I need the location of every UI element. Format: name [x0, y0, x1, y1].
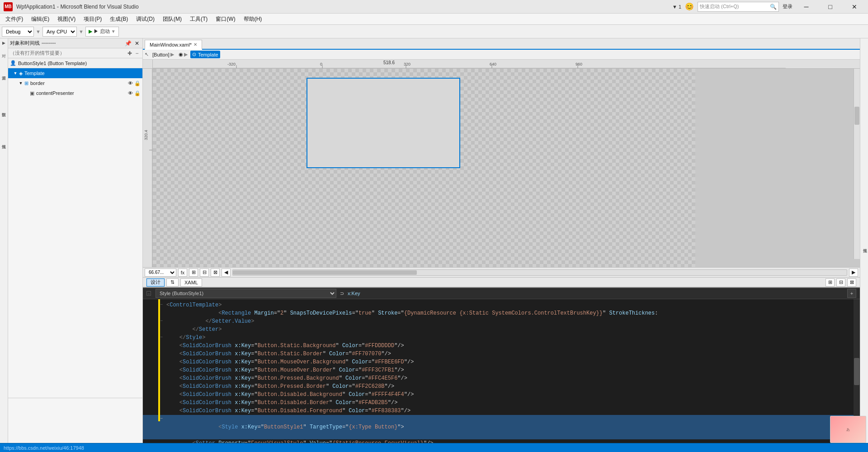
panel-pin-button[interactable]: 📌	[124, 40, 132, 47]
tab-bar: MainWindow.xaml* ✕	[143, 38, 860, 50]
horizontal-scroll-thumb[interactable]	[233, 270, 417, 275]
breadcrumb-button[interactable]: [Button] ▶	[151, 51, 176, 58]
split-view-button[interactable]: ⇅	[166, 278, 179, 287]
breadcrumb-template-icon: ⊙	[192, 52, 196, 57]
ruler-vertical: 320.4	[143, 69, 153, 267]
bottom-right-avatar: あ	[830, 416, 866, 443]
border-lock-btn[interactable]: 🔒	[134, 80, 141, 86]
cp-visibility-btn[interactable]: 👁	[127, 90, 133, 96]
fit-button[interactable]: ⊠	[211, 268, 220, 277]
menu-build[interactable]: 生成(B)	[106, 14, 132, 24]
platform-select[interactable]: Any CPU	[42, 27, 77, 37]
line-content: <SolidColorBrush x:Key="Button.MouseOver…	[165, 358, 860, 366]
layout-toggle-1[interactable]: ⊞	[826, 278, 835, 287]
xaml-line-3: − </Setter.Value>	[143, 317, 860, 325]
design-view-button[interactable]: 设计	[146, 278, 165, 287]
line-content: <ControlTemplate>	[165, 301, 860, 309]
menu-project[interactable]: 项目(P)	[80, 14, 105, 24]
tree-item-content-presenter[interactable]: ▶ ▣ contentPresenter 👁 🔒	[8, 88, 142, 98]
cp-lock-btn[interactable]: 🔒	[134, 90, 141, 96]
menu-team[interactable]: 团队(M)	[159, 14, 185, 24]
vertical-scrollbar[interactable]	[854, 69, 860, 259]
panel-close-button[interactable]: ✕	[133, 40, 141, 47]
xaml-content[interactable]: − <ControlTemplate> <Rectangle Margin="2…	[143, 299, 860, 446]
tree-item-border[interactable]: ▼ ⊞ border 👁 🔒	[8, 78, 142, 88]
config-select[interactable]: Debug Release	[2, 27, 34, 37]
border-label: border	[30, 80, 126, 86]
template-icon: ◈	[19, 71, 23, 76]
title-bar-controls: ▼ 1 😊 快速启动 (Ctrl+Q) 🔍 登录 ─ □ ✕	[672, 0, 864, 14]
toolstrip-label: 资源	[0, 55, 8, 91]
xaml-line-12: <SolidColorBrush x:Key="Button.Disabled.…	[143, 391, 860, 399]
tab-close-button[interactable]: ✕	[193, 42, 197, 47]
quick-search[interactable]: 快速启动 (Ctrl+Q) 🔍	[698, 2, 779, 12]
breadcrumb-circle-icon: ◉	[179, 52, 183, 57]
tree-expand-border[interactable]: ▼	[18, 80, 24, 86]
xaml-line-9: <SolidColorBrush x:Key="Button.MouseOver…	[143, 366, 860, 374]
line-content: <SolidColorBrush x:Key="Button.Static.Bo…	[165, 350, 860, 358]
border-visibility-btn[interactable]: 👁	[127, 80, 133, 86]
xaml-view-button[interactable]: XAML	[180, 278, 202, 287]
design-bottom-bar: 66.67... 100% 50% 25% 200% fx ⊞ ⊟ ⊠ ◀ ▶	[143, 267, 860, 277]
breadcrumb-circle[interactable]: ◉ ▶	[177, 51, 189, 58]
svg-text:320.4: 320.4	[144, 130, 148, 140]
close-button[interactable]: ✕	[844, 0, 864, 14]
xaml-add-button[interactable]: +	[847, 289, 856, 298]
yellow-indicator	[158, 299, 160, 446]
minimize-button[interactable]: ─	[796, 0, 816, 14]
main-tab[interactable]: MainWindow.xaml* ✕	[145, 40, 202, 50]
user-icon: 😊	[685, 2, 694, 11]
layout-toggle-2[interactable]: ⊟	[836, 278, 845, 287]
line-content: </Style>	[165, 334, 860, 342]
breadcrumb: ↖ [Button] ▶ ◉ ▶ ⊙ Template	[143, 50, 860, 60]
menu-edit[interactable]: 编辑(E)	[28, 14, 53, 24]
snap-button[interactable]: ⊟	[200, 268, 209, 277]
restore-button[interactable]: □	[820, 0, 840, 14]
zoom-select[interactable]: 66.67... 100% 50% 25% 200%	[145, 268, 176, 277]
xaml-line-6: <SolidColorBrush x:Key="Button.Static.Ba…	[143, 342, 860, 350]
add-icon[interactable]: ✚	[126, 50, 133, 57]
breadcrumb-button-label: [Button]	[152, 52, 170, 57]
menu-window[interactable]: 窗口(W)	[212, 14, 239, 24]
grid-button[interactable]: ⊞	[189, 268, 198, 277]
fold-button[interactable]: −	[146, 291, 151, 296]
toolstrip-item[interactable]: ▶	[0, 39, 8, 47]
menu-debug[interactable]: 调试(D)	[132, 14, 158, 24]
xaml-scroll-thumb[interactable]	[854, 358, 859, 385]
collapse-button[interactable]: ◀	[222, 268, 231, 277]
toolbar: Debug Release ▼ Any CPU ▼ ▶ ▶ 启动 ▼	[0, 25, 868, 38]
breadcrumb-arrow-icon: ↖	[145, 52, 149, 57]
line-content: </Setter.Value>	[165, 317, 860, 325]
xaml-line-13: <SolidColorBrush x:Key="Button.Disabled.…	[143, 399, 860, 407]
line-content: <SolidColorBrush x:Key="Button.Pressed.B…	[165, 382, 860, 391]
canvas-viewport[interactable]	[153, 69, 860, 267]
run-button[interactable]: ▶ ▶ 启动 ▼	[85, 27, 119, 37]
layout-toggle-3[interactable]: ⊠	[847, 278, 856, 287]
app-logo: MB	[4, 2, 13, 11]
tree-expand-template[interactable]: ▼	[13, 71, 18, 76]
ruler-corner	[143, 60, 153, 69]
breadcrumb-template[interactable]: ⊙ Template	[190, 51, 220, 58]
tree-item-template[interactable]: ▼ ◈ Template	[8, 68, 142, 78]
horizontal-scrollbar[interactable]	[232, 269, 847, 276]
menu-bar: 文件(F) 编辑(E) 视图(V) 项目(P) 生成(B) 调试(D) 团队(M…	[0, 14, 868, 25]
menu-tools[interactable]: 工具(T)	[186, 14, 211, 24]
minus-icon[interactable]: −	[133, 50, 141, 57]
tab-label: MainWindow.xaml*	[150, 42, 192, 47]
line-content: <SolidColorBrush x:Key="Button.Disabled.…	[165, 391, 860, 399]
menu-file[interactable]: 文件(F)	[2, 14, 27, 24]
menu-view[interactable]: 视图(V)	[54, 14, 79, 24]
scroll-right-btn[interactable]: ▶	[849, 268, 858, 277]
status-link[interactable]: https://bbs.csdn.net/weixiu/46:17948	[4, 445, 84, 451]
login-label[interactable]: 登录	[783, 3, 793, 10]
button-template-preview	[307, 78, 460, 168]
style-dropdown[interactable]: Style (ButtonStyle1)	[156, 289, 336, 298]
toolstrip-item-2[interactable]: 对	[0, 47, 8, 54]
menu-help[interactable]: 帮助(H)	[240, 14, 266, 24]
xaml-toolbar: − Style (ButtonStyle1) ⊃ x:Key +	[143, 288, 860, 299]
ruler-horizontal: -320 0 320 640 960 518.6	[153, 60, 860, 69]
svg-text:-320: -320	[227, 62, 236, 66]
vertical-scroll-thumb[interactable]	[854, 107, 859, 125]
fx-button[interactable]: fx	[178, 268, 187, 277]
svg-text:518.6: 518.6	[383, 60, 395, 65]
